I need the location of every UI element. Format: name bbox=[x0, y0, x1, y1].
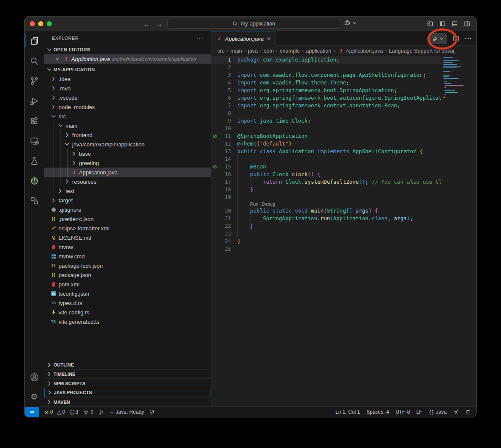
breadcrumb-item[interactable]: application bbox=[306, 48, 331, 54]
activity-item-java-projects[interactable] bbox=[25, 190, 44, 210]
panel-java-projects[interactable]: JAVA PROJECTS bbox=[44, 388, 211, 397]
tree-folder-src[interactable]: src bbox=[44, 112, 211, 121]
tree-file-pom-xml[interactable]: pom.xml bbox=[44, 280, 211, 289]
activity-item-accounts[interactable] bbox=[25, 367, 44, 387]
tree-file--gitignore[interactable]: .gitignore bbox=[44, 205, 211, 214]
tree-folder-target[interactable]: target bbox=[44, 196, 211, 205]
code-line[interactable]: 14 bbox=[211, 155, 441, 163]
status-debug-launch[interactable] bbox=[99, 409, 104, 415]
status-problems[interactable]: ⊗0△0i3 bbox=[44, 409, 78, 415]
status-vaadin-status[interactable] bbox=[453, 409, 459, 415]
open-editor-item[interactable]: ×JApplication.javasrc/main/java/com/exam… bbox=[44, 54, 211, 64]
command-center-search[interactable]: my-application bbox=[167, 19, 340, 29]
zoom-window-button[interactable] bbox=[47, 21, 52, 26]
status-indentation[interactable]: Spaces: 4 bbox=[366, 409, 389, 415]
scrollbar[interactable] bbox=[472, 56, 476, 406]
remote-indicator[interactable]: >< bbox=[25, 407, 39, 417]
close-tab-icon[interactable]: × bbox=[266, 35, 271, 42]
code-line[interactable]: 8 bbox=[211, 109, 441, 117]
tree-file-vite-generated-ts[interactable]: TSvite.generated.ts bbox=[44, 317, 211, 326]
code-line[interactable]: 17 return Clock.systemDefaultZone(); // … bbox=[211, 178, 441, 186]
code-line[interactable]: 20 public static void main(String[] args… bbox=[211, 207, 441, 215]
status-encoding[interactable]: UTF-8 bbox=[395, 409, 410, 415]
tree-folder--vscode[interactable]: .vscode bbox=[44, 93, 211, 102]
activity-item-extensions[interactable] bbox=[25, 111, 44, 131]
run-or-debug-button[interactable] bbox=[429, 33, 447, 44]
tree-folder-greeting[interactable]: greeting bbox=[44, 158, 211, 168]
copilot-button[interactable] bbox=[344, 20, 357, 26]
code-line[interactable]: 23 bbox=[211, 230, 441, 238]
explorer-more-actions-icon[interactable]: ··· bbox=[196, 35, 203, 42]
status-language-mode[interactable]: {}Java bbox=[428, 409, 447, 415]
more-actions-icon[interactable]: ··· bbox=[465, 35, 472, 42]
activity-item-source-control[interactable] bbox=[25, 71, 44, 91]
code-editor[interactable]: 1package com.example.application;23impor… bbox=[211, 56, 476, 406]
tree-folder-base[interactable]: base bbox=[44, 149, 211, 158]
layout-sidebar-right-icon[interactable] bbox=[464, 20, 470, 27]
tree-file-eclipse-formatter-xml[interactable]: eclipse-formatter.xml bbox=[44, 224, 211, 233]
code-line[interactable]: 2 bbox=[211, 64, 441, 71]
close-window-button[interactable] bbox=[30, 21, 35, 26]
tree-file-types-d-ts[interactable]: TStypes.d.ts bbox=[44, 298, 211, 308]
code-line[interactable]: 4import com.vaadin.flow.theme.Theme; bbox=[211, 79, 441, 87]
activity-item-explorer[interactable] bbox=[25, 31, 44, 51]
code-line[interactable]: ⊘15 @Bean bbox=[211, 163, 441, 171]
breadcrumb-item[interactable]: java bbox=[248, 48, 258, 54]
activity-item-remote-explorer[interactable] bbox=[25, 131, 44, 151]
panel-timeline[interactable]: TIMELINE bbox=[44, 369, 211, 378]
code-line[interactable]: ⊘11@SpringBootApplication bbox=[211, 132, 441, 140]
tree-file-package-lock-json[interactable]: {}package-lock.json bbox=[44, 261, 211, 270]
close-editor-icon[interactable]: × bbox=[54, 56, 60, 62]
tab-application-java[interactable]: J Application.java × bbox=[211, 31, 276, 46]
status-cursor-position[interactable]: Ln 1, Col 1 bbox=[335, 409, 360, 415]
activity-item-spring-boot-dashboard[interactable] bbox=[25, 171, 44, 190]
tree-file--prettierrc-json[interactable]: {}.prettierrc.json bbox=[44, 214, 211, 224]
minimap[interactable] bbox=[442, 57, 472, 116]
tree-folder--mvn[interactable]: .mvn bbox=[44, 84, 211, 93]
tree-folder--idea[interactable]: .idea bbox=[44, 74, 211, 84]
tree-file-vite-config-ts[interactable]: vite.config.ts bbox=[44, 308, 211, 317]
tree-file-mvnw-cmd[interactable]: mvnw.cmd bbox=[44, 252, 211, 261]
tree-folder-frontend[interactable]: frontend bbox=[44, 130, 211, 140]
tree-folder-test[interactable]: test bbox=[44, 186, 211, 196]
activity-item-search[interactable] bbox=[25, 51, 44, 71]
code-line[interactable]: 9import java.time.Clock; bbox=[211, 117, 441, 125]
tree-folder-main[interactable]: main bbox=[44, 121, 211, 130]
breadcrumb-item[interactable]: src bbox=[217, 48, 225, 54]
code-line[interactable]: 22 } bbox=[211, 222, 441, 230]
minimize-window-button[interactable] bbox=[38, 21, 43, 26]
spring-bean-icon[interactable]: ⊘ bbox=[211, 163, 218, 171]
code-line[interactable]: 21 SpringApplication.run(Application.cla… bbox=[211, 215, 441, 222]
activity-item-testing[interactable] bbox=[25, 151, 44, 171]
code-line[interactable]: 12@Theme("default") bbox=[211, 140, 441, 148]
code-line[interactable]: 3import com.vaadin.flow.component.page.A… bbox=[211, 71, 441, 79]
spring-bean-icon[interactable]: ⊘ bbox=[211, 132, 218, 140]
layout-panel-bottom-icon[interactable] bbox=[451, 20, 458, 27]
activity-item-run-and-debug[interactable] bbox=[25, 91, 44, 111]
code-line[interactable]: 7import org.springframework.context.anno… bbox=[211, 102, 441, 109]
breadcrumb-item[interactable]: main bbox=[231, 48, 242, 54]
tree-folder-node-modules[interactable]: node_modules bbox=[44, 102, 211, 112]
codelens-run-debug[interactable]: Run | Debug bbox=[211, 201, 441, 207]
tree-folder-resources[interactable]: resources bbox=[44, 177, 211, 186]
split-editor-icon[interactable] bbox=[453, 35, 459, 42]
breadcrumb-item[interactable]: Language Support for Java( bbox=[389, 48, 455, 54]
tree-file-application-java[interactable]: JApplication.java bbox=[44, 168, 211, 177]
code-line[interactable]: 5import org.springframework.boot.SpringA… bbox=[211, 87, 441, 94]
breadcrumb-item[interactable]: example bbox=[280, 48, 300, 54]
panel-maven[interactable]: MAVEN bbox=[44, 397, 211, 406]
activity-item-settings[interactable]: ⚙ bbox=[25, 387, 44, 406]
code-line[interactable]: 19 bbox=[211, 193, 441, 201]
tree-file-mvnw[interactable]: mvnw bbox=[44, 242, 211, 252]
project-root-header[interactable]: MY-APPLICATION bbox=[44, 65, 211, 74]
breadcrumb-item[interactable]: com bbox=[264, 48, 274, 54]
tree-file-license-md[interactable]: LICENSE.md bbox=[44, 233, 211, 242]
layout-grid-icon[interactable] bbox=[427, 20, 433, 27]
status-java-status[interactable]: ☕Java: Ready bbox=[109, 409, 144, 415]
status-eol[interactable]: LF bbox=[416, 409, 422, 415]
status-forwarded-ports[interactable]: 0 bbox=[83, 409, 93, 415]
code-line[interactable]: 1package com.example.application; bbox=[211, 56, 441, 64]
breadcrumb-item[interactable]: JApplication.java bbox=[337, 48, 383, 54]
code-line[interactable]: 18 } bbox=[211, 186, 441, 193]
code-line[interactable]: 13public class Application implements Ap… bbox=[211, 148, 441, 155]
